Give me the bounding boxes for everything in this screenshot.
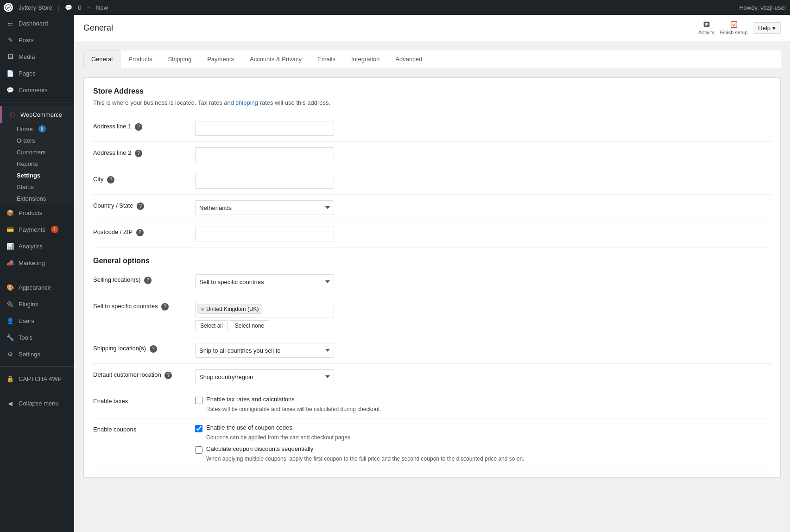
- shipping-link[interactable]: shipping: [236, 99, 258, 106]
- sequential-coupons-checkbox[interactable]: [195, 446, 202, 454]
- uk-tag-remove[interactable]: ×: [201, 306, 204, 312]
- sidebar-item-woocommerce[interactable]: ⬡ WooCommerce: [0, 106, 74, 123]
- sidebar-label-media: Media: [19, 53, 35, 60]
- sidebar-item-orders[interactable]: Orders: [17, 135, 74, 146]
- media-icon: 🖼: [6, 52, 15, 61]
- sidebar-item-posts[interactable]: ✎ Posts: [0, 32, 74, 48]
- sidebar-item-status[interactable]: Status: [17, 181, 74, 193]
- sidebar-item-products[interactable]: 📦 Products: [0, 204, 74, 221]
- sidebar-item-customers[interactable]: Customers: [17, 146, 74, 158]
- sidebar-label-status: Status: [17, 184, 34, 190]
- sidebar-item-reports[interactable]: Reports: [17, 158, 74, 170]
- woocommerce-subnav: Home 6 Orders Customers Reports Settings…: [0, 123, 74, 204]
- country-help-icon[interactable]: ?: [137, 203, 144, 210]
- sidebar-label-analytics: Analytics: [19, 243, 43, 250]
- activity-button[interactable]: Activity: [698, 20, 714, 35]
- tab-accounts-privacy[interactable]: Accounts & Privacy: [242, 51, 310, 68]
- sidebar-item-users[interactable]: 👤 Users: [0, 312, 74, 329]
- help-label: Help: [758, 25, 771, 32]
- sidebar-item-media[interactable]: 🖼 Media: [0, 48, 74, 65]
- tab-products[interactable]: Products: [120, 51, 160, 68]
- wp-logo[interactable]: W: [4, 3, 13, 12]
- enable-coupons-checkbox-text: Enable the use of coupon codes: [206, 424, 292, 431]
- default-customer-location-label: Default customer location: [93, 371, 161, 378]
- sidebar-item-appearance[interactable]: 🎨 Appearance: [0, 279, 74, 296]
- tab-general[interactable]: General: [83, 51, 120, 68]
- help-button[interactable]: Help ▾: [753, 22, 781, 34]
- sidebar-item-home[interactable]: Home 6: [17, 123, 74, 135]
- sell-to-countries-input[interactable]: × United Kingdom (UK): [195, 301, 334, 317]
- enable-taxes-checkbox-label[interactable]: Enable tax rates and calculations: [195, 396, 771, 404]
- sidebar-label-dashboard: Dashboard: [19, 20, 48, 27]
- address2-input[interactable]: [195, 147, 334, 162]
- selling-locations-select[interactable]: Sell to specific countries Sell to all c…: [195, 274, 334, 289]
- tab-shipping[interactable]: Shipping: [160, 51, 200, 68]
- shipping-locations-select[interactable]: Ship to all countries you sell to Ship t…: [195, 343, 334, 358]
- sidebar-label-extensions: Extensions: [17, 195, 46, 202]
- sidebar-item-plugins[interactable]: 🔌 Plugins: [0, 296, 74, 312]
- select-all-button[interactable]: Select all: [195, 320, 228, 331]
- store-address-section: Store Address This is where your busines…: [83, 77, 781, 478]
- address1-input[interactable]: [195, 121, 334, 136]
- svg-rect-2: [731, 22, 737, 28]
- enable-coupons-checkbox-label[interactable]: Enable the use of coupon codes: [195, 424, 771, 432]
- city-input[interactable]: [195, 174, 334, 189]
- default-customer-location-help-icon[interactable]: ?: [164, 372, 172, 379]
- help-chevron: ▾: [772, 25, 776, 32]
- sidebar-sep-3: [0, 366, 74, 367]
- sequential-coupons-label[interactable]: Calculate coupon discounts sequentially: [195, 445, 771, 454]
- sidebar-label-appearance: Appearance: [19, 284, 51, 291]
- sidebar-collapse[interactable]: ◀ Collapse menu: [0, 395, 74, 412]
- woocommerce-icon: ⬡: [7, 110, 17, 119]
- tab-integration[interactable]: Integration: [343, 51, 387, 68]
- sidebar-item-settings-main[interactable]: ⚙ Settings: [0, 346, 74, 362]
- finish-setup-label: Finish setup: [720, 30, 747, 35]
- tab-emails[interactable]: Emails: [310, 51, 343, 68]
- marketing-icon: 📣: [6, 258, 15, 267]
- captcha-icon: 🔒: [6, 374, 15, 383]
- country-select[interactable]: Netherlands: [195, 200, 334, 215]
- enable-coupons-checkbox[interactable]: [195, 425, 202, 432]
- country-row: Country / State ? Netherlands: [93, 195, 771, 221]
- main-content: General Activity Finish setup Help ▾: [74, 15, 790, 532]
- sidebar-item-captcha[interactable]: 🔒 CAPTCHA 4WP: [0, 370, 74, 387]
- sidebar-label-settings-main: Settings: [19, 351, 40, 358]
- sell-to-countries-help-icon[interactable]: ?: [161, 303, 169, 310]
- topbar-divider2: +: [87, 4, 91, 11]
- tab-advanced[interactable]: Advanced: [387, 51, 430, 68]
- shipping-locations-help-icon[interactable]: ?: [150, 345, 157, 353]
- sidebar-item-pages[interactable]: 📄 Pages: [0, 65, 74, 82]
- sidebar-label-payments: Payments: [19, 226, 45, 233]
- city-help-icon[interactable]: ?: [107, 176, 114, 184]
- postcode-help-icon[interactable]: ?: [136, 229, 144, 236]
- address1-label: Address line 1: [93, 123, 131, 130]
- sidebar-item-extensions[interactable]: Extensions: [17, 193, 74, 204]
- store-address-title: Store Address: [93, 87, 771, 95]
- address2-help-icon[interactable]: ?: [135, 150, 142, 157]
- tab-payments[interactable]: Payments: [199, 51, 242, 68]
- select-none-button[interactable]: Select none: [230, 320, 269, 331]
- sidebar-item-settings[interactable]: Settings: [17, 170, 74, 181]
- sidebar-item-analytics[interactable]: 📊 Analytics: [0, 238, 74, 254]
- sidebar-item-dashboard[interactable]: ⚏ Dashboard: [0, 15, 74, 32]
- sidebar-label-products: Products: [19, 209, 42, 216]
- sidebar-item-tools[interactable]: 🔧 Tools: [0, 329, 74, 346]
- sidebar-item-comments[interactable]: 💬 Comments: [0, 82, 74, 98]
- address2-label: Address line 2: [93, 149, 131, 156]
- enable-taxes-checkbox[interactable]: [195, 397, 202, 404]
- finish-setup-button[interactable]: Finish setup: [720, 20, 747, 35]
- default-customer-location-select[interactable]: Shop country/region No location by defau…: [195, 369, 334, 384]
- analytics-icon: 📊: [6, 241, 15, 251]
- sidebar-item-payments[interactable]: 💳 Payments 1: [0, 221, 74, 238]
- address1-help-icon[interactable]: ?: [135, 123, 142, 131]
- dashboard-icon: ⚏: [6, 19, 15, 28]
- enable-taxes-label: Enable taxes: [93, 398, 128, 405]
- payments-icon: 💳: [6, 225, 15, 234]
- selling-locations-help-icon[interactable]: ?: [144, 277, 152, 284]
- postcode-input[interactable]: [195, 227, 334, 241]
- new-label[interactable]: New: [96, 4, 108, 11]
- sidebar-label-customers: Customers: [17, 149, 46, 156]
- comment-icon[interactable]: 💬: [65, 4, 72, 11]
- site-name[interactable]: Jyttery Store: [19, 4, 52, 11]
- sidebar-item-marketing[interactable]: 📣 Marketing: [0, 254, 74, 271]
